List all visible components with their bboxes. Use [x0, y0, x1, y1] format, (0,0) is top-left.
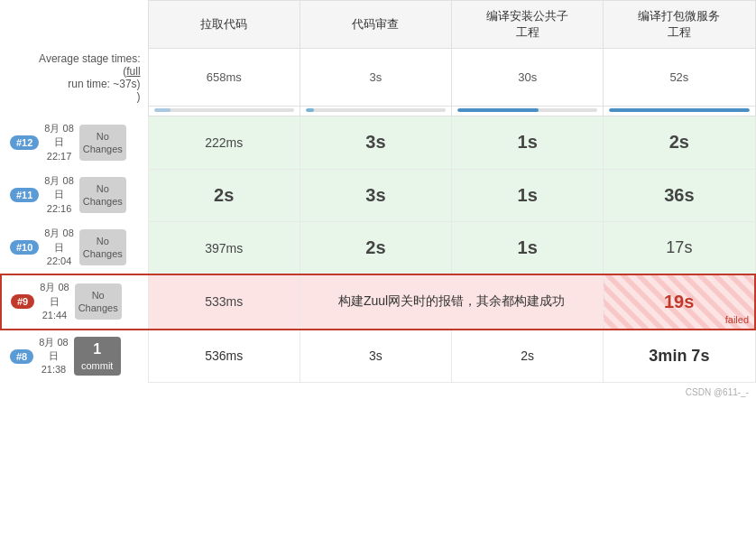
bar-cell-3	[452, 107, 604, 116]
data-row-#9: #98月 08日21:44No Changes533ms构建Zuul网关时的报错…	[1, 274, 755, 329]
average-label: Average stage times: (fullrun time: ~37s…	[1, 49, 148, 107]
stage-cell-#12-2: 1s	[452, 116, 604, 169]
commit-box-#8: 1commit	[74, 337, 121, 376]
bar-cell-2	[300, 107, 451, 116]
progress-track-3	[457, 108, 597, 112]
build-date-#8: 8月 08日21:38	[39, 336, 68, 377]
empty-bar-cell	[1, 107, 148, 116]
progress-track-4	[609, 108, 749, 112]
no-changes-box-#11: No Changes	[79, 177, 126, 213]
stage-cell-#8-0: 536ms	[148, 330, 300, 383]
watermark: CSDN @611-_-	[686, 387, 749, 397]
stage-cell-#10-2: 1s	[452, 221, 604, 274]
stage-cell-#9-0: 533ms	[148, 274, 300, 329]
stage-cell-#12-0: 222ms	[148, 116, 300, 169]
stage-cell-#11-1: 3s	[300, 169, 451, 221]
stage-header-1: 拉取代码	[148, 1, 300, 49]
avg-time-3: 30s	[452, 49, 604, 107]
no-changes-box-#10: No Changes	[79, 229, 126, 265]
build-badge-#10[interactable]: #10	[10, 240, 39, 255]
error-message-#9: 构建Zuul网关时的报错，其余都构建成功	[300, 274, 603, 329]
build-info-#8: #88月 08日21:381commit	[6, 336, 143, 377]
stage-cell-#10-1: 2s	[300, 221, 451, 274]
avg-time-4: 52s	[604, 49, 755, 107]
build-info-#12: #128月 08日22:17No Changes	[6, 122, 143, 163]
data-row-#11: #118月 08日22:16No Changes2s3s1s36s	[1, 169, 755, 221]
stage-cell-#10-3: 17s	[604, 221, 755, 274]
bar-cell-1	[148, 107, 300, 116]
build-badge-#12[interactable]: #12	[10, 135, 39, 150]
main-container: 拉取代码 代码审查 编译安装公共子工程 编译打包微服务工程 Average st…	[0, 0, 756, 401]
progress-track-2	[306, 108, 446, 112]
build-badge-#8[interactable]: #8	[10, 349, 33, 364]
stage-header-3: 编译安装公共子工程	[452, 1, 604, 49]
header-row: 拉取代码 代码审查 编译安装公共子工程 编译打包微服务工程	[1, 1, 755, 49]
build-info-#9: #98月 08日21:44No Changes	[7, 281, 143, 322]
build-date-#11: 8月 08日22:16	[44, 174, 73, 216]
no-changes-box-#12: No Changes	[79, 125, 126, 161]
stage-cell-#12-3: 2s	[604, 116, 755, 169]
build-info-cell-#11: #118月 08日22:16No Changes	[1, 169, 148, 221]
failed-label-#9: failed	[725, 314, 749, 325]
build-info-cell-#10: #108月 08日22:04No Changes	[1, 221, 148, 274]
stage-cell-#8-1: 3s	[300, 330, 451, 383]
average-times-row: Average stage times: (fullrun time: ~37s…	[1, 49, 755, 107]
build-badge-#11[interactable]: #11	[10, 188, 39, 202]
stage-cell-#8-2: 2s	[452, 330, 604, 383]
data-row-#12: #128月 08日22:17No Changes222ms3s1s2s	[1, 116, 755, 169]
data-row-#10: #108月 08日22:04No Changes397ms2s1s17s	[1, 221, 755, 274]
progress-fill-4	[609, 108, 749, 112]
stage-cell-#11-2: 1s	[452, 169, 604, 221]
build-badge-#9[interactable]: #9	[11, 294, 34, 309]
avg-time-2: 3s	[300, 49, 451, 107]
stage-cell-#11-0: 2s	[148, 169, 300, 221]
build-info-cell-#8: #88月 08日21:381commit	[1, 330, 148, 383]
build-info-#11: #118月 08日22:16No Changes	[6, 174, 143, 216]
failed-cell-#9: 19sfailed	[604, 274, 755, 329]
progress-fill-1	[154, 108, 171, 112]
progress-fill-3	[457, 108, 539, 112]
build-info-cell-#9: #98月 08日21:44No Changes	[1, 274, 148, 329]
empty-header-cell	[1, 1, 148, 49]
stage-cell-#10-0: 397ms	[148, 221, 300, 274]
no-changes-box-#9: No Changes	[75, 283, 122, 320]
progress-bar-row	[1, 107, 755, 116]
progress-track-1	[154, 108, 294, 112]
stage-cell-#11-3: 36s	[604, 169, 755, 221]
stage-cell-#8-3: 3min 7s	[604, 330, 755, 383]
stage-header-2: 代码审查	[300, 1, 451, 49]
build-date-#12: 8月 08日22:17	[44, 122, 73, 163]
data-row-#8: #88月 08日21:381commit536ms3s2s3min 7s	[1, 330, 755, 383]
bar-cell-4	[604, 107, 755, 116]
build-info-#10: #108月 08日22:04No Changes	[6, 227, 143, 268]
build-date-#10: 8月 08日22:04	[44, 227, 73, 268]
build-date-#9: 8月 08日21:44	[40, 281, 69, 322]
build-info-cell-#12: #128月 08日22:17No Changes	[1, 116, 148, 169]
stage-cell-#12-1: 3s	[300, 116, 451, 169]
stage-header-4: 编译打包微服务工程	[604, 1, 755, 49]
progress-fill-2	[306, 108, 314, 112]
avg-time-1: 658ms	[148, 49, 300, 107]
